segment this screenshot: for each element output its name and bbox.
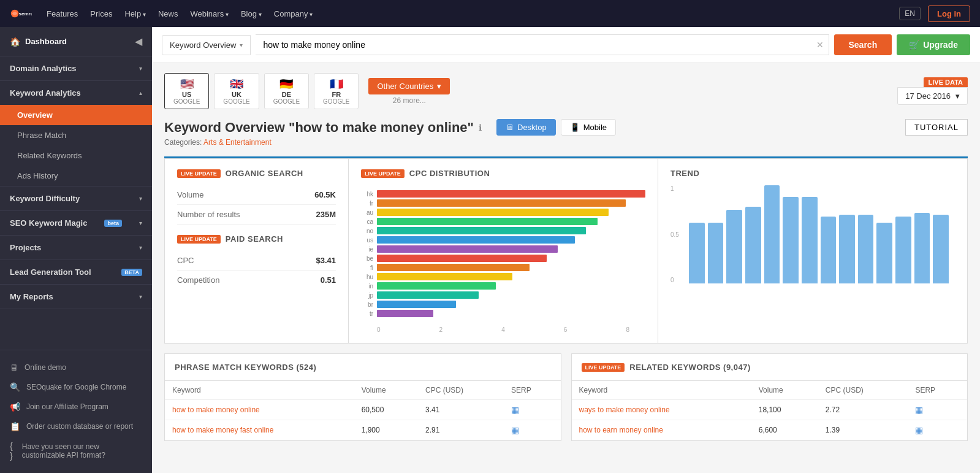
sidebar-seo-magic-header[interactable]: SEO Keyword Magic beta ▾	[0, 211, 152, 235]
competition-label: Competition	[177, 275, 219, 285]
keyword-difficulty-arrow: ▾	[139, 195, 142, 202]
mobile-tab[interactable]: 📱 Mobile	[561, 119, 616, 136]
live-data-date[interactable]: 17 Dec 2016 ▾	[897, 87, 968, 105]
sidebar-lead-gen-header[interactable]: Lead Generation Tool BETA	[0, 260, 152, 284]
trend-bar	[802, 197, 818, 283]
sidebar-online-demo[interactable]: 🖥 Online demo	[0, 358, 152, 377]
sidebar-keyword-analytics-header[interactable]: Keyword Analytics ▴	[0, 81, 152, 105]
sidebar-collapse-btn[interactable]: ◀	[135, 36, 142, 47]
search-button[interactable]: Search	[834, 34, 892, 55]
cpc-bar-wrap	[377, 273, 645, 280]
page-title: Keyword Overview "how to make money onli…	[164, 120, 474, 136]
nav-news[interactable]: News	[158, 9, 178, 18]
desktop-tab[interactable]: 🖥 Desktop	[496, 119, 556, 136]
cpc-bar	[377, 236, 575, 244]
cpc-bar-label: jp	[361, 292, 373, 299]
phrase-serp-icon[interactable]: ▦	[511, 405, 519, 415]
affiliate-icon: 📢	[10, 402, 20, 412]
live-data-label: LIVE DATA	[924, 77, 968, 87]
related-col-serp: SERP	[908, 381, 967, 400]
phrase-volume-cell: 1,900	[354, 420, 418, 440]
upgrade-cart-icon: 🛒	[909, 40, 919, 50]
page-title-info-icon[interactable]: ℹ	[479, 123, 482, 133]
country-us[interactable]: 🇺🇸 US GOOGLE	[164, 73, 209, 109]
cpc-bar	[377, 255, 547, 262]
desktop-label: Desktop	[517, 123, 547, 132]
phrase-keyword-link[interactable]: how to make money fast online	[172, 426, 273, 434]
other-countries-button[interactable]: Other Countries	[368, 78, 450, 94]
sidebar-custom-db[interactable]: 📋 Order custom database or report	[0, 417, 152, 436]
related-keywords-section: live update RELATED KEYWORDS (9,047) Key…	[571, 353, 968, 441]
sidebar-projects-header[interactable]: Projects ▾	[0, 236, 152, 260]
related-serp-icon[interactable]: ▦	[915, 425, 923, 435]
nav-features[interactable]: Features	[47, 9, 78, 18]
online-demo-icon: 🖥	[10, 363, 18, 372]
sidebar-section-lead-gen: Lead Generation Tool BETA	[0, 260, 152, 285]
country-uk[interactable]: 🇬🇧 UK GOOGLE	[214, 73, 259, 109]
nav-help[interactable]: Help	[124, 9, 146, 18]
country-fr[interactable]: 🇫🇷 FR GOOGLE	[314, 73, 359, 109]
cpc-bar-wrap	[377, 301, 645, 308]
sidebar-seoquake[interactable]: 🔍 SEOquake for Google Chrome	[0, 377, 152, 397]
dashboard-icon: 🏠	[10, 37, 20, 47]
sidebar-api[interactable]: { } Have you seen our new customizable A…	[0, 436, 152, 466]
nav-webinars[interactable]: Webinars	[190, 9, 228, 18]
phrase-col-cpc: CPC (USD)	[418, 381, 504, 400]
cpc-bar-row: ie	[361, 245, 645, 253]
my-reports-arrow: ▾	[139, 293, 142, 300]
dashboard-label: Dashboard	[25, 37, 135, 46]
country-de[interactable]: 🇩🇪 DE GOOGLE	[264, 73, 309, 109]
cpc-bar-row: hk	[361, 190, 645, 198]
related-serp-icon[interactable]: ▦	[915, 405, 923, 415]
phrase-serp-icon[interactable]: ▦	[511, 425, 519, 435]
sidebar-domain-analytics-header[interactable]: Domain Analytics ▾	[0, 56, 152, 80]
logo[interactable]: semrush	[10, 6, 32, 21]
sidebar-my-reports-header[interactable]: My Reports ▾	[0, 285, 152, 309]
search-clear-btn[interactable]: ✕	[811, 35, 829, 55]
search-input[interactable]	[256, 35, 811, 55]
related-keywords-header: live update RELATED KEYWORDS (9,047)	[572, 354, 968, 381]
related-keyword-link[interactable]: how to earn money online	[579, 426, 663, 434]
nav-prices[interactable]: Prices	[90, 9, 112, 18]
metrics-row: live update ORGANIC SEARCH Volume 60.5K …	[164, 158, 968, 344]
phrase-match-section: PHRASE MATCH KEYWORDS (524) Keyword Volu…	[164, 353, 561, 441]
upgrade-button[interactable]: 🛒 Upgrade	[897, 34, 970, 55]
sidebar-item-ads-history[interactable]: Ads History	[0, 166, 152, 186]
lang-button[interactable]: EN	[899, 7, 921, 20]
related-keyword-link[interactable]: ways to make money online	[579, 406, 670, 414]
phrase-volume-cell: 60,500	[354, 400, 418, 420]
tutorial-button[interactable]: TUTORIAL	[905, 119, 968, 136]
sidebar-item-related-keywords[interactable]: Related Keywords	[0, 145, 152, 166]
cpc-bar-row: us	[361, 236, 645, 244]
login-button[interactable]: Log in	[928, 6, 970, 22]
trend-bar	[726, 210, 742, 283]
sidebar-item-phrase-match[interactable]: Phrase Match	[0, 125, 152, 145]
lead-gen-title: Lead Generation Tool	[10, 267, 91, 277]
sidebar-keyword-difficulty-header[interactable]: Keyword Difficulty ▾	[0, 187, 152, 210]
keyword-analytics-title: Keyword Analytics	[10, 88, 81, 98]
nav-company[interactable]: Company	[274, 9, 313, 18]
phrase-match-title: PHRASE MATCH KEYWORDS (524)	[175, 363, 316, 372]
cpc-bar-label: hk	[361, 191, 373, 198]
phrase-col-serp: SERP	[504, 381, 560, 400]
sidebar-item-overview[interactable]: Overview	[0, 105, 152, 125]
sidebar-dashboard-header[interactable]: 🏠 Dashboard ◀	[0, 27, 152, 56]
page-title-tabs: 🖥 Desktop 📱 Mobile	[496, 119, 616, 136]
trend-bar	[858, 215, 874, 283]
category-arts-link[interactable]: Arts & Entertainment	[203, 138, 272, 147]
cpc-bar-label: be	[361, 255, 373, 262]
sidebar-affiliate[interactable]: 📢 Join our Affiliate Program	[0, 397, 152, 417]
cpc-bar-label: tr	[361, 310, 373, 317]
cpc-bar	[377, 273, 512, 280]
country-selector: 🇺🇸 US GOOGLE 🇬🇧 UK GOOGLE 🇩🇪 DE GOOGLE 🇫…	[164, 73, 968, 109]
cpc-bar-label: hu	[361, 274, 373, 280]
table-row: how to make money fast online 1,900 2.91…	[165, 420, 561, 440]
search-type-select[interactable]: Keyword Overview	[162, 35, 251, 55]
volume-label: Volume	[177, 190, 203, 199]
phrase-keyword-link[interactable]: how to make money online	[172, 406, 260, 414]
domain-analytics-arrow: ▾	[139, 65, 142, 72]
sidebar-bottom: 🖥 Online demo 🔍 SEOquake for Google Chro…	[0, 350, 152, 473]
trend-y-1: 1	[670, 185, 679, 192]
sidebar-section-projects: Projects ▾	[0, 236, 152, 260]
nav-blog[interactable]: Blog	[241, 9, 262, 18]
